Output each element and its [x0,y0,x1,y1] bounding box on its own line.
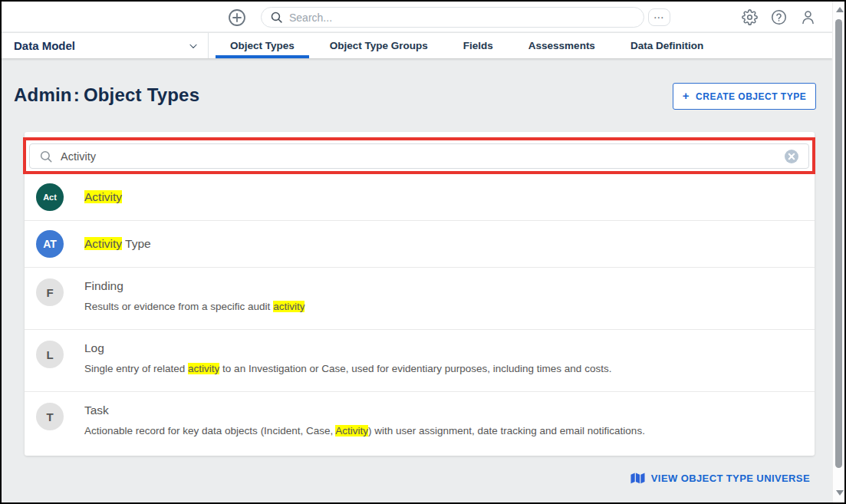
module-selector-label: Data Model [14,39,75,52]
result-description: Actionable record for key data objects (… [84,424,645,437]
tab-fields[interactable]: Fields [446,33,511,58]
object-type-avatar: AT [36,230,64,258]
module-selector[interactable]: Data Model [2,33,209,58]
result-title: Finding [84,278,304,294]
tab-object-type-groups[interactable]: Object Type Groups [312,33,446,58]
highlighted-text: activity [188,363,219,374]
create-object-type-button[interactable]: + CREATE OBJECT TYPE [673,83,816,110]
text: Single entry of related [84,363,188,374]
scrollbar-thumb[interactable] [835,19,842,468]
result-row[interactable]: FFindingResults or evidence from a speci… [25,267,815,329]
tab-label: Object Types [230,40,295,51]
highlighted-text: Activity [335,425,368,436]
scrollbar-up-arrow-icon[interactable] [836,7,844,12]
result-body: LogSingle entry of related activity to a… [84,341,611,375]
settings-button[interactable] [742,9,758,25]
tab-label: Fields [463,40,493,51]
help-button[interactable] [771,9,787,25]
result-title: Activity [84,189,122,205]
result-row[interactable]: ATActivity Type [25,220,815,267]
object-types-card: Activity ActActivityATActivity TypeFFind… [25,132,815,456]
search-options-button[interactable]: ... [648,8,670,26]
object-type-avatar: F [36,278,64,306]
vertical-scrollbar[interactable] [832,2,844,502]
object-type-avatar: Act [36,183,64,211]
result-body: TaskActionable record for key data objec… [84,403,645,437]
app-window: Search... ... Data Model Object TypesObj… [2,2,844,502]
tab-label: Assessments [528,40,595,51]
result-description: Single entry of related activity to an I… [84,362,611,375]
add-button[interactable] [228,8,246,27]
tab-label: Object Type Groups [330,40,428,51]
person-icon [800,9,816,25]
create-object-type-label: CREATE OBJECT TYPE [696,91,806,102]
highlighted-text: Activity [84,237,122,250]
chevron-down-icon [188,41,199,51]
question-circle-icon [771,9,787,25]
magnifier-icon [270,11,283,24]
account-button[interactable] [800,9,816,25]
text: Finding [84,279,123,292]
result-title: Activity Type [84,236,151,252]
gear-icon [742,9,758,25]
nav-tabs: Object TypesObject Type GroupsFieldsAsse… [209,33,721,58]
result-row[interactable]: TTaskActionable record for key data obje… [25,391,815,453]
tab-assessments[interactable]: Assessments [511,33,613,58]
tab-data-definition[interactable]: Data Definition [613,33,721,58]
page-title-section: Admin [14,84,72,105]
text: to an Investigation or Case, used for ev… [219,363,611,374]
result-body: FindingResults or evidence from a specif… [84,278,304,313]
result-description: Results or evidence from a specific audi… [84,300,304,313]
global-search-input[interactable]: Search... [261,7,644,28]
annotation-highlight-box [23,137,815,174]
text: ) with user assignment, date tracking an… [368,425,645,436]
ellipsis-icon: ... [654,12,665,23]
result-title: Log [84,341,611,356]
view-object-type-universe-link[interactable]: VIEW OBJECT TYPE UNIVERSE [630,472,810,485]
top-bar: Search... ... [2,2,832,32]
view-object-type-universe-label: VIEW OBJECT TYPE UNIVERSE [651,473,810,484]
highlighted-text: Activity [84,190,122,203]
plus-circle-icon [228,8,246,27]
page-title-name: Object Types [84,84,199,105]
tab-label: Data Definition [630,40,703,51]
results-list: ActActivityATActivity TypeFFindingResult… [25,174,815,453]
text: Log [84,341,104,354]
object-type-avatar: T [36,403,64,430]
result-row[interactable]: ActActivity [25,174,815,220]
page-title-separator: : [74,84,80,105]
scrollbar-down-arrow-icon[interactable] [836,490,844,496]
object-type-avatar: L [36,341,64,368]
nav-bar: Data Model Object TypesObject Type Group… [2,33,832,58]
result-body: Activity Type [84,236,151,252]
highlighted-text: activity [273,301,304,312]
text: Actionable record for key data objects (… [84,425,335,436]
map-icon [630,472,645,485]
page-title: Admin:Object Types [14,84,199,106]
text: Type [122,237,151,250]
tab-object-types[interactable]: Object Types [212,33,312,58]
plus-icon: + [683,90,690,103]
result-title: Task [84,403,645,418]
result-body: Activity [84,189,122,205]
result-row[interactable]: LLogSingle entry of related activity to … [25,329,815,391]
text: Task [84,404,109,417]
global-search-placeholder: Search... [289,12,332,24]
text: Results or evidence from a specific audi… [84,301,273,312]
